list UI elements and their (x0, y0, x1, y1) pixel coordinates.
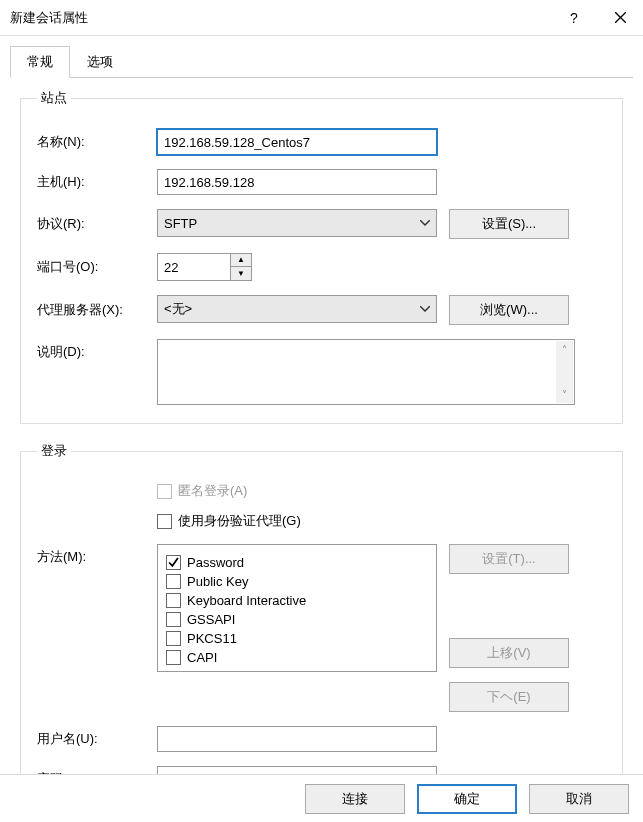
method-publickey-label: Public Key (187, 574, 248, 589)
label-host: 主机(H): (37, 173, 157, 191)
anonymous-checkbox-row: 匿名登录(A) (157, 482, 247, 500)
port-spinner[interactable]: ▲ ▼ (157, 253, 257, 281)
method-password-row[interactable]: Password (166, 555, 428, 570)
move-down-button: 下ヘ(E) (449, 682, 569, 712)
auth-agent-checkbox[interactable] (157, 514, 172, 529)
site-legend: 站点 (37, 89, 71, 107)
panel-body: 站点 名称(N): 主机(H): 协议(R): SFTP 设置(S)... (0, 79, 643, 822)
method-keyboard-label: Keyboard Interactive (187, 593, 306, 608)
move-up-button: 上移(V) (449, 638, 569, 668)
scrollbar[interactable]: ˄ ˅ (556, 341, 573, 403)
protocol-settings-button[interactable]: 设置(S)... (449, 209, 569, 239)
auth-agent-checkbox-row[interactable]: 使用身份验证代理(G) (157, 512, 301, 530)
spin-down-icon[interactable]: ▼ (231, 267, 251, 280)
method-publickey-row[interactable]: Public Key (166, 574, 428, 589)
method-password-label: Password (187, 555, 244, 570)
scroll-up-icon[interactable]: ˄ (556, 341, 573, 358)
method-capi-label: CAPI (187, 650, 217, 665)
chevron-down-icon (420, 306, 430, 312)
anonymous-checkbox (157, 484, 172, 499)
proxy-value: <无> (164, 300, 192, 318)
proxy-select[interactable]: <无> (157, 295, 437, 323)
tab-general[interactable]: 常规 (10, 46, 70, 78)
method-keyboard-checkbox[interactable] (166, 593, 181, 608)
ok-button[interactable]: 确定 (417, 784, 517, 814)
login-legend: 登录 (37, 442, 71, 460)
scroll-down-icon[interactable]: ˅ (556, 386, 573, 403)
tab-options[interactable]: 选项 (70, 46, 130, 78)
titlebar: 新建会话属性 ? (0, 0, 643, 36)
description-textarea[interactable]: ˄ ˅ (157, 339, 575, 405)
login-group: 登录 匿名登录(A) 使用身份验证代理(G) 方法(M): (20, 442, 623, 811)
method-gssapi-label: GSSAPI (187, 612, 235, 627)
label-name: 名称(N): (37, 133, 157, 151)
spin-up-icon[interactable]: ▲ (231, 254, 251, 267)
chevron-down-icon (420, 220, 430, 226)
method-publickey-checkbox[interactable] (166, 574, 181, 589)
protocol-value: SFTP (164, 216, 197, 231)
label-username: 用户名(U): (37, 730, 157, 748)
close-button[interactable] (597, 0, 643, 36)
label-desc: 说明(D): (37, 339, 157, 361)
label-proxy: 代理服务器(X): (37, 301, 157, 319)
label-protocol: 协议(R): (37, 215, 157, 233)
method-pkcs11-label: PKCS11 (187, 631, 237, 646)
label-method: 方法(M): (37, 544, 157, 566)
tab-strip: 常规 选项 (0, 36, 643, 79)
method-pkcs11-checkbox[interactable] (166, 631, 181, 646)
proxy-browse-button[interactable]: 浏览(W)... (449, 295, 569, 325)
host-input[interactable] (157, 169, 437, 195)
method-capi-row[interactable]: CAPI (166, 650, 428, 665)
connect-button[interactable]: 连接 (305, 784, 405, 814)
cancel-button[interactable]: 取消 (529, 784, 629, 814)
method-gssapi-checkbox[interactable] (166, 612, 181, 627)
method-pkcs11-row[interactable]: PKCS11 (166, 631, 428, 646)
method-listbox[interactable]: Password Public Key Keyboard Interactive… (157, 544, 437, 672)
help-button[interactable]: ? (551, 0, 597, 36)
method-capi-checkbox[interactable] (166, 650, 181, 665)
method-settings-button: 设置(T)... (449, 544, 569, 574)
auth-agent-label: 使用身份验证代理(G) (178, 512, 301, 530)
method-keyboard-row[interactable]: Keyboard Interactive (166, 593, 428, 608)
close-icon (615, 12, 626, 23)
label-port: 端口号(O): (37, 258, 157, 276)
window-title: 新建会话属性 (10, 9, 551, 27)
method-password-checkbox[interactable] (166, 555, 181, 570)
footer: 连接 确定 取消 (0, 774, 643, 822)
site-group: 站点 名称(N): 主机(H): 协议(R): SFTP 设置(S)... (20, 89, 623, 424)
port-input[interactable] (157, 253, 231, 281)
anonymous-label: 匿名登录(A) (178, 482, 247, 500)
username-input[interactable] (157, 726, 437, 752)
method-gssapi-row[interactable]: GSSAPI (166, 612, 428, 627)
protocol-select[interactable]: SFTP (157, 209, 437, 237)
name-input[interactable] (157, 129, 437, 155)
